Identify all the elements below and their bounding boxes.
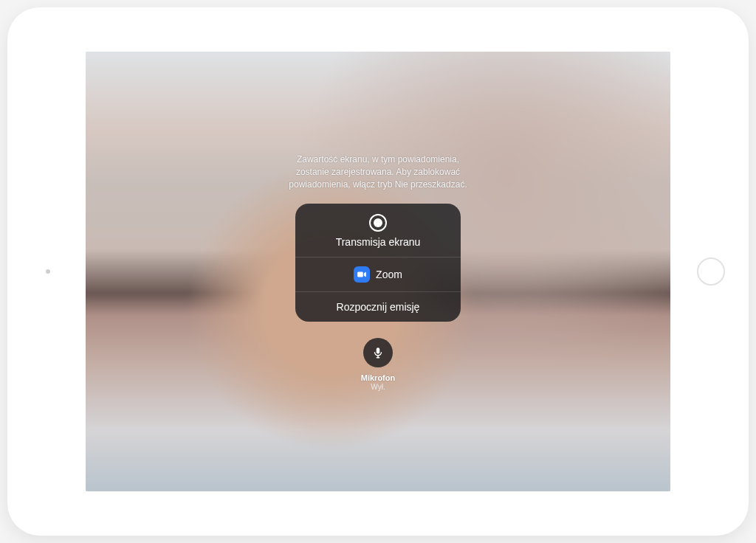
- start-broadcast-button[interactable]: Rozpocznij emisję: [295, 292, 461, 322]
- screen: Zawartość ekranu, w tym powiadomienia, z…: [86, 52, 670, 491]
- microphone-status: Wył.: [371, 383, 385, 391]
- ipad-frame: Zawartość ekranu, w tym powiadomienia, z…: [7, 7, 749, 536]
- svg-rect-0: [357, 272, 363, 277]
- zoom-app-icon: [354, 266, 370, 283]
- front-camera: [46, 269, 50, 274]
- svg-rect-1: [377, 348, 380, 354]
- broadcast-panel: Transmisja ekranu Zoom Rozpocznij emisję: [295, 204, 461, 322]
- broadcast-warning-text: Zawartość ekranu, w tym powiadomienia, z…: [289, 153, 467, 190]
- record-icon: [369, 214, 387, 232]
- microphone-toggle[interactable]: [363, 338, 393, 367]
- microphone-control: Mikrofon Wył.: [361, 338, 395, 391]
- broadcast-header: Transmisja ekranu: [295, 204, 461, 257]
- microphone-icon: [371, 346, 385, 359]
- microphone-label: Mikrofon: [361, 373, 395, 382]
- home-button[interactable]: [697, 257, 725, 286]
- broadcast-target-row[interactable]: Zoom: [295, 257, 461, 291]
- start-broadcast-label: Rozpocznij emisję: [337, 301, 420, 313]
- broadcast-title: Transmisja ekranu: [336, 236, 421, 248]
- broadcast-target-label: Zoom: [376, 269, 402, 280]
